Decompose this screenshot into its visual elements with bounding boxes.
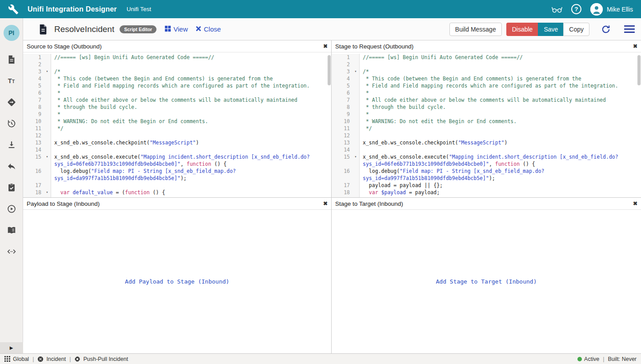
code-icon — [7, 247, 16, 256]
code-text[interactable]: payload = payload || {}; — [360, 182, 641, 189]
add-stage-to-target-link[interactable]: Add Stage to Target (Inbound) — [436, 278, 537, 285]
code-text[interactable]: sys_id=da997f7a1b51b81090dfdb9ebd4bcb5e]… — [360, 175, 641, 182]
code-text[interactable] — [51, 61, 331, 68]
sidebar-item-history[interactable] — [0, 113, 23, 134]
glasses-icon[interactable] — [551, 4, 563, 15]
fold-arrow-icon[interactable]: ▾ — [44, 153, 51, 160]
disable-button[interactable]: Disable — [506, 23, 538, 36]
code-text[interactable] — [51, 182, 331, 189]
editor-empty-area[interactable] — [23, 196, 331, 197]
fold-arrow-icon[interactable]: ▾ — [352, 68, 360, 75]
code-text[interactable] — [360, 61, 641, 68]
history-icon — [7, 119, 16, 128]
help-icon[interactable]: ? — [571, 4, 582, 15]
status-item-push-pull-incident[interactable]: Push-Pull Incident — [74, 356, 128, 362]
code-text[interactable]: * This code (between the Begin and End c… — [360, 75, 641, 82]
code-text[interactable]: x_snd_eb.ws_console.checkpoint("MessageS… — [360, 139, 641, 146]
fold-gutter — [44, 82, 51, 89]
sidebar-item-tasks[interactable] — [0, 177, 23, 198]
sidebar-expand-button[interactable]: ▶ — [0, 342, 23, 353]
code-text[interactable]: * Field and Field mapping records which … — [51, 82, 331, 89]
editor-empty-area[interactable] — [332, 196, 641, 197]
code-text[interactable]: sys_id=06fe6b771b193c1090dfdb9ebd4bcbe0]… — [360, 160, 641, 168]
code-text[interactable]: /* — [51, 68, 331, 75]
sidebar-item-text-format[interactable]: TT — [0, 70, 23, 92]
build-message-button[interactable]: Build Message — [449, 23, 502, 36]
code-text[interactable]: * — [51, 89, 331, 96]
code-text[interactable]: var $payload = payload; — [360, 189, 641, 196]
separator: | — [603, 356, 604, 362]
code-text[interactable]: log.debug("Field map: PI - String [x_snd… — [51, 168, 331, 175]
add-payload-to-stage-link[interactable]: Add Payload to Stage (Inbound) — [125, 278, 229, 285]
sidebar-item-docs[interactable] — [0, 220, 23, 241]
code-text[interactable]: sys_id=da997f7a1b51b81090dfdb9ebd4bcb5e]… — [51, 175, 331, 182]
fold-arrow-icon[interactable]: ▾ — [352, 153, 360, 160]
menu-icon[interactable] — [624, 24, 635, 35]
book-icon — [7, 225, 16, 235]
code-text[interactable]: * — [51, 111, 331, 118]
sidebar-item-run[interactable] — [0, 198, 23, 220]
view-link[interactable]: View — [164, 25, 188, 33]
code-text[interactable]: //===== [ws] Begin Unifi Auto Generated … — [360, 54, 641, 61]
scrollbar[interactable] — [637, 55, 641, 85]
line-number: 3 — [23, 68, 44, 75]
sidebar-item-document[interactable] — [0, 49, 23, 70]
refresh-icon[interactable] — [601, 24, 611, 34]
sidebar-item-undo[interactable] — [0, 156, 23, 177]
code-text[interactable] — [360, 146, 641, 153]
code-text[interactable]: * Field and Field mapping records which … — [360, 82, 641, 89]
code-text[interactable]: //===== [ws] Begin Unifi Auto Generated … — [51, 54, 331, 61]
code-text[interactable]: * WARNING: Do not edit the Begin or End … — [360, 118, 641, 125]
code-text[interactable]: * — [360, 89, 641, 96]
panel-close-icon[interactable]: ✖ — [323, 43, 328, 49]
line-number: 1 — [332, 54, 352, 61]
code-text[interactable]: * through the build cycle. — [360, 104, 641, 111]
code-text[interactable]: x_snd_eb.ws_console.execute("Mapping inc… — [51, 153, 331, 160]
fold-gutter — [352, 125, 360, 132]
code-text[interactable]: x_snd_eb.ws_console.execute("Mapping inc… — [360, 153, 641, 160]
user-menu[interactable]: Mike Ellis — [590, 3, 633, 16]
code-line: 3▾/* — [23, 68, 331, 75]
close-link[interactable]: Close — [196, 25, 220, 33]
code-text[interactable] — [51, 146, 331, 153]
panel-close-icon[interactable]: ✖ — [633, 200, 637, 207]
code-text[interactable]: sys_id=06fe6b771b193c1090dfdb9ebd4bcbe0]… — [51, 160, 331, 168]
code-text[interactable]: x_snd_eb.ws_console.checkpoint("MessageS… — [51, 139, 331, 146]
code-editor-source-to-stage[interactable]: 1//===== [ws] Begin Unifi Auto Generated… — [23, 52, 331, 197]
status-item-global[interactable]: Global — [4, 356, 29, 362]
sidebar-item-download[interactable] — [0, 134, 23, 156]
line-number — [332, 160, 352, 168]
panel-close-icon[interactable]: ✖ — [633, 43, 637, 49]
panel-close-icon[interactable]: ✖ — [323, 200, 328, 207]
code-text[interactable] — [51, 132, 331, 139]
code-editor-stage-to-request[interactable]: 1//===== [ws] Begin Unifi Auto Generated… — [332, 52, 641, 197]
save-button[interactable]: Save — [538, 23, 563, 36]
code-line: sys_id=06fe6b771b193c1090dfdb9ebd4bcbe0]… — [332, 160, 641, 168]
code-text[interactable]: * All code either above or below the com… — [51, 96, 331, 104]
status-item-incident[interactable]: Incident — [37, 356, 66, 362]
scrollbar[interactable] — [328, 55, 331, 85]
code-text[interactable]: * — [360, 111, 641, 118]
fold-arrow-icon[interactable]: ▾ — [44, 68, 51, 75]
code-text[interactable]: * through the build cycle. — [51, 104, 331, 111]
fold-gutter — [352, 189, 360, 196]
code-text[interactable] — [360, 132, 641, 139]
code-text[interactable]: var default_value = (function () { — [51, 189, 331, 196]
code-text[interactable]: log.debug("Field map: PI - String [x_snd… — [360, 168, 641, 175]
code-text[interactable]: */ — [51, 125, 331, 132]
line-number: 7 — [23, 96, 44, 104]
code-text[interactable]: /* — [360, 68, 641, 75]
sidebar-item-directions[interactable] — [0, 92, 23, 113]
line-number: 17 — [332, 182, 352, 189]
sidebar-item-code[interactable] — [0, 241, 23, 262]
fold-arrow-icon[interactable]: ▾ — [44, 189, 51, 196]
sidebar-avatar-pi[interactable]: PI — [4, 25, 20, 41]
panel-title: Payload to Stage (Inbound) — [27, 200, 100, 207]
code-text[interactable]: * All code either above or below the com… — [360, 96, 641, 104]
code-text[interactable]: * This code (between the Begin and End c… — [51, 75, 331, 82]
code-text[interactable]: * WARNING: Do not edit the Begin or End … — [51, 118, 331, 125]
user-name: Mike Ellis — [607, 6, 633, 13]
copy-button[interactable]: Copy — [563, 23, 589, 36]
code-line: 6 * — [332, 89, 641, 96]
code-text[interactable]: */ — [360, 125, 641, 132]
